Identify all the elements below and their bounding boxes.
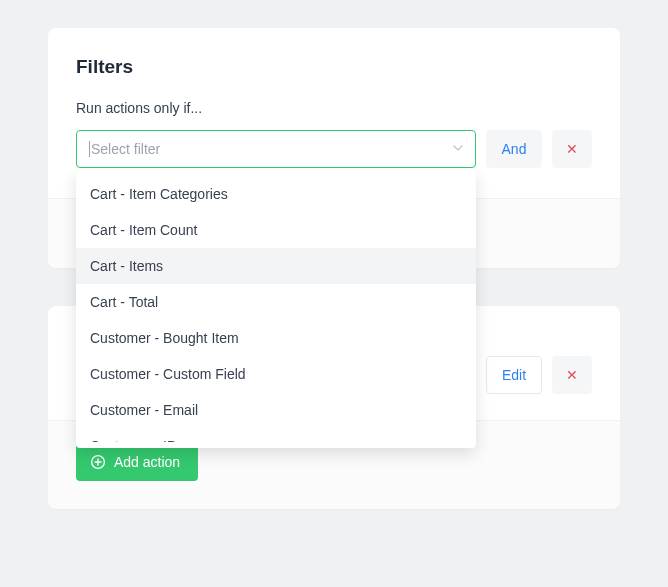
- and-button[interactable]: And: [486, 130, 542, 168]
- filter-select-placeholder: Select filter: [91, 141, 160, 157]
- filter-dropdown-item[interactable]: Cart - Item Count: [76, 212, 476, 248]
- plus-circle-icon: [90, 454, 106, 470]
- filter-dropdown-item[interactable]: Customer - Email: [76, 392, 476, 428]
- filters-card: Filters Run actions only if... Select fi…: [48, 28, 620, 268]
- filter-dropdown-item[interactable]: Cart - Item Categories: [76, 176, 476, 212]
- filter-dropdown-item[interactable]: Cart - Items: [76, 248, 476, 284]
- filter-select-input[interactable]: Select filter: [76, 130, 476, 168]
- text-cursor: [89, 141, 90, 157]
- edit-action-button[interactable]: Edit: [486, 356, 542, 394]
- filter-dropdown-item[interactable]: Cart - Total: [76, 284, 476, 320]
- filters-title: Filters: [76, 56, 592, 78]
- close-icon: ✕: [566, 367, 578, 383]
- filter-dropdown-item[interactable]: Customer - Bought Item: [76, 320, 476, 356]
- filter-row: Select filter Cart - Item CategoriesCart…: [76, 130, 592, 168]
- filters-card-body: Filters Run actions only if... Select fi…: [48, 28, 620, 168]
- filter-dropdown-item[interactable]: Customer - ID: [76, 428, 476, 442]
- filter-dropdown[interactable]: Cart - Item CategoriesCart - Item CountC…: [76, 170, 476, 448]
- add-action-label: Add action: [114, 454, 180, 470]
- filter-dropdown-item[interactable]: Customer - Custom Field: [76, 356, 476, 392]
- remove-action-button[interactable]: ✕: [552, 356, 592, 394]
- add-action-button[interactable]: Add action: [76, 443, 198, 481]
- filters-subtitle: Run actions only if...: [76, 100, 592, 116]
- filter-select[interactable]: Select filter Cart - Item CategoriesCart…: [76, 130, 476, 168]
- remove-filter-button[interactable]: ✕: [552, 130, 592, 168]
- close-icon: ✕: [566, 141, 578, 157]
